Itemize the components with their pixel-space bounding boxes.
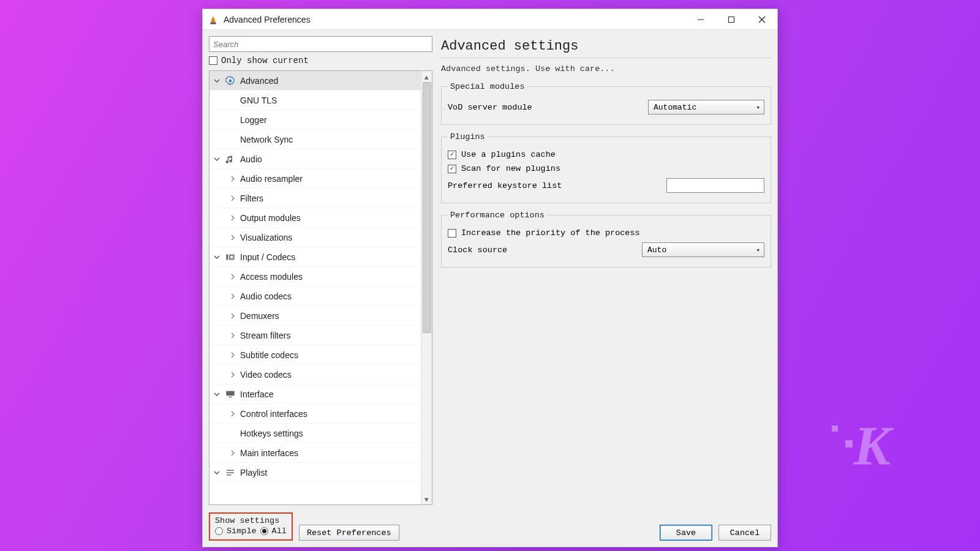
- tree-item[interactable]: Filters: [209, 189, 421, 208]
- chevron-right-icon: [229, 273, 236, 280]
- tree-item[interactable]: Input / Codecs: [209, 247, 421, 267]
- increase-priority-checkbox[interactable]: Increase the priority of the process: [448, 226, 764, 240]
- clock-source-label: Clock source: [448, 246, 507, 255]
- keystore-input[interactable]: [666, 178, 764, 193]
- only-show-current-label: Only show current: [221, 56, 309, 66]
- tree-scrollbar[interactable]: ▴ ▾: [421, 71, 432, 504]
- tree-item-label: Network Sync: [240, 135, 293, 144]
- chevron-right-icon: [229, 410, 236, 418]
- tree-item[interactable]: Advanced: [209, 71, 421, 91]
- use-plugins-cache-checkbox[interactable]: Use a plugins cache: [448, 148, 764, 162]
- clock-source-dropdown[interactable]: Auto: [642, 242, 764, 257]
- tree-item-label: Audio resampler: [240, 174, 303, 184]
- chevron-right-icon: [229, 175, 236, 182]
- tree-item[interactable]: Control interfaces: [209, 404, 421, 424]
- vod-label: VoD server module: [448, 103, 532, 112]
- watermark-logo: K: [854, 414, 888, 478]
- svg-rect-1: [211, 22, 216, 24]
- only-show-current-checkbox[interactable]: Only show current: [209, 56, 432, 66]
- page-title: Advanced settings: [441, 39, 771, 58]
- scroll-down-icon[interactable]: ▾: [421, 493, 432, 504]
- checkbox-icon: [448, 165, 456, 173]
- group-plugins: Plugins Use a plugins cache Scan for new…: [441, 132, 771, 203]
- tree-item[interactable]: Logger: [209, 110, 421, 130]
- checkbox-icon: [448, 229, 456, 238]
- interface-icon: [224, 388, 236, 400]
- tree-item[interactable]: Main interfaces: [209, 443, 421, 463]
- tree-item[interactable]: Output modules: [209, 208, 421, 228]
- chevron-right-icon: [229, 195, 236, 202]
- search-input[interactable]: [209, 36, 432, 52]
- tree-item-label: Logger: [240, 115, 267, 125]
- codecs-icon: [224, 251, 236, 263]
- svg-point-7: [229, 79, 232, 82]
- keystore-label: Preferred keystore list: [448, 181, 562, 190]
- chevron-right-icon: [229, 214, 236, 222]
- tree-item[interactable]: Hotkeys settings: [209, 424, 421, 443]
- chevron-down-icon: [213, 253, 221, 261]
- chevron-down-icon: [213, 391, 221, 398]
- svg-rect-2: [212, 16, 215, 17]
- radio-all-label: All: [272, 527, 287, 536]
- scroll-up-icon[interactable]: ▴: [421, 71, 432, 82]
- gear-icon: [224, 75, 236, 87]
- tree-item-label: Demuxers: [240, 311, 279, 321]
- scan-new-plugins-checkbox[interactable]: Scan for new plugins: [448, 162, 764, 176]
- preferences-window: Advanced Preferences Only show current A…: [202, 9, 778, 547]
- chevron-right-icon: [229, 234, 236, 241]
- group-legend: Special modules: [448, 82, 527, 91]
- tree-item[interactable]: Visualizations: [209, 228, 421, 247]
- tree-item[interactable]: Access modules: [209, 267, 421, 287]
- tree-item-label: Filters: [240, 193, 263, 203]
- settings-tree[interactable]: AdvancedGNU TLSLoggerNetwork SyncAudioAu…: [209, 71, 421, 504]
- tree-item[interactable]: Audio resampler: [209, 169, 421, 189]
- tree-item[interactable]: Subtitle codecs: [209, 345, 421, 365]
- tree-item[interactable]: Demuxers: [209, 306, 421, 326]
- tree-item[interactable]: GNU TLS: [209, 91, 421, 110]
- group-legend: Plugins: [448, 132, 488, 141]
- svg-rect-4: [729, 17, 734, 22]
- vod-server-dropdown[interactable]: Automatic: [648, 100, 764, 114]
- checkbox-label: Increase the priority of the process: [461, 228, 640, 238]
- radio-simple-label: Simple: [227, 527, 257, 536]
- save-button[interactable]: Save: [660, 525, 712, 541]
- reset-preferences-button[interactable]: Reset Preferences: [299, 525, 399, 541]
- tree-item[interactable]: Stream filters: [209, 326, 421, 345]
- maximize-button[interactable]: [716, 9, 747, 29]
- close-button[interactable]: [747, 9, 777, 29]
- cancel-button[interactable]: Cancel: [718, 525, 771, 541]
- tree-item-label: Playlist: [240, 468, 267, 478]
- tree-item-label: Advanced: [240, 76, 278, 86]
- chevron-down-icon: [213, 469, 221, 476]
- tree-item-label: Audio codecs: [240, 291, 292, 301]
- tree-item-label: Input / Codecs: [240, 252, 295, 262]
- group-legend: Performance options: [448, 211, 547, 220]
- audio-icon: [224, 153, 236, 165]
- tree-item-label: Access modules: [240, 272, 303, 282]
- tree-item[interactable]: Network Sync: [209, 130, 421, 149]
- tree-item[interactable]: Interface: [209, 384, 421, 404]
- tree-item-label: Interface: [240, 389, 273, 399]
- tree-item-label: Video codecs: [240, 370, 292, 380]
- chevron-right-icon: [229, 351, 236, 359]
- chevron-right-icon: [229, 293, 236, 300]
- show-settings-group: Show settings Simple All: [209, 512, 293, 541]
- show-settings-label: Show settings: [215, 516, 287, 525]
- radio-all[interactable]: [260, 527, 268, 535]
- radio-simple[interactable]: [215, 527, 223, 535]
- tree-item-label: Visualizations: [240, 233, 292, 242]
- tree-item[interactable]: Video codecs: [209, 365, 421, 384]
- tree-item[interactable]: Audio: [209, 149, 421, 169]
- checkbox-label: Scan for new plugins: [461, 164, 560, 173]
- chevron-down-icon: [213, 156, 221, 163]
- chevron-right-icon: [229, 312, 236, 320]
- tree-item[interactable]: Audio codecs: [209, 287, 421, 306]
- group-special-modules: Special modules VoD server module Automa…: [441, 82, 771, 125]
- minimize-button[interactable]: [685, 9, 716, 29]
- tree-item[interactable]: Playlist: [209, 463, 421, 482]
- tree-item-label: Main interfaces: [240, 448, 298, 458]
- page-subtitle: Advanced settings. Use with care...: [441, 64, 771, 73]
- chevron-down-icon: [213, 77, 221, 84]
- tree-item-label: GNU TLS: [240, 96, 277, 105]
- scroll-thumb[interactable]: [423, 82, 431, 333]
